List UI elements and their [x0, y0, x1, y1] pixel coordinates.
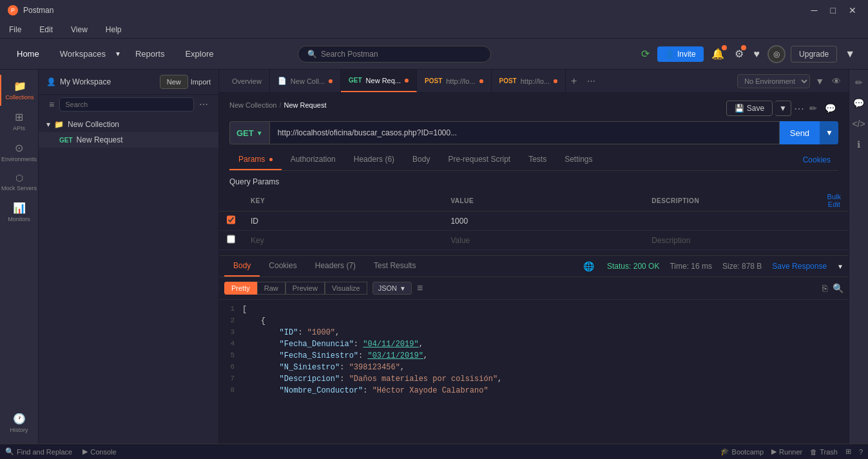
nav-explore[interactable]: Explore	[178, 46, 220, 61]
right-panel-code-btn[interactable]: </>	[849, 116, 867, 132]
help-btn[interactable]: ?	[859, 447, 863, 456]
right-panel-info-btn[interactable]: ℹ	[854, 137, 863, 152]
more-request-options-btn[interactable]: ⋯	[794, 101, 804, 116]
format-visualize-btn[interactable]: Visualize	[325, 282, 367, 295]
nav-reports[interactable]: Reports	[129, 46, 171, 61]
env-dropdown-btn[interactable]: ▼	[813, 75, 827, 88]
req-tab-prerequest[interactable]: Pre-request Script	[439, 150, 519, 170]
wrap-btn[interactable]: ≡	[414, 281, 425, 295]
request-item-new-request[interactable]: GET New Request	[39, 132, 218, 148]
runner-btn[interactable]: ▶ Runner	[771, 447, 802, 456]
req-tab-authorization[interactable]: Authorization	[282, 150, 345, 170]
resp-tab-headers[interactable]: Headers (7)	[306, 256, 365, 277]
req-tab-params[interactable]: Params	[229, 150, 282, 170]
param-desc-input[interactable]	[651, 217, 811, 226]
menu-edit[interactable]: Edit	[35, 24, 57, 35]
breadcrumb-collection-link[interactable]: New Collection	[229, 101, 276, 109]
sidebar-item-monitors[interactable]: 📊 Monitors	[0, 197, 38, 228]
menu-file[interactable]: File	[5, 24, 25, 35]
params-active-dot	[269, 158, 273, 161]
right-panel-comment-btn[interactable]: 💬	[851, 95, 867, 111]
bootcamp-btn[interactable]: 🎓 Bootcamp	[720, 447, 764, 456]
find-replace-btn[interactable]: 🔍 Find and Replace	[5, 447, 72, 456]
param-empty-desc[interactable]	[651, 236, 811, 245]
sidebar-item-apis[interactable]: ⊞ APIs	[0, 106, 38, 137]
method-select[interactable]: GET ▼	[229, 121, 269, 144]
collection-item-new-collection[interactable]: ▾ 📁 New Collection	[39, 117, 218, 132]
cookies-link[interactable]: Cookies	[795, 150, 838, 170]
fecha-siniestro-link[interactable]: "03/11/2019"	[367, 351, 423, 360]
save-response-btn[interactable]: Save Response	[772, 262, 827, 271]
comment-icon-btn[interactable]: 💬	[822, 101, 838, 116]
edit-icon-btn[interactable]: ✏	[807, 101, 820, 116]
resp-tab-test-results[interactable]: Test Results	[365, 256, 425, 277]
nav-workspaces-btn[interactable]: Workspaces	[53, 46, 112, 61]
collections-search-input[interactable]	[59, 97, 194, 112]
tab-new-coll[interactable]: 📄 New Coll...	[270, 70, 341, 92]
search-bar[interactable]: 🔍 Search Postman	[298, 46, 491, 63]
add-tab-btn[interactable]: +	[566, 75, 582, 87]
tab-overview[interactable]: Overview	[224, 70, 270, 92]
resp-tab-cookies[interactable]: Cookies	[260, 256, 305, 277]
param-value-input[interactable]	[450, 217, 636, 226]
copy-icon-btn[interactable]: ⎘	[822, 283, 827, 293]
send-dropdown-btn[interactable]: ▼	[820, 121, 838, 144]
upgrade-btn[interactable]: Upgrade	[791, 46, 837, 63]
resp-tab-body[interactable]: Body	[224, 256, 260, 277]
import-btn[interactable]: Import	[191, 75, 211, 89]
format-pretty-btn[interactable]: Pretty	[224, 282, 257, 295]
trash-btn[interactable]: 🗑 Trash	[810, 447, 838, 456]
format-preview-btn[interactable]: Preview	[285, 282, 325, 295]
sidebar-item-environments[interactable]: ⊙ Environments	[0, 137, 38, 168]
layout-btn[interactable]: ⊞	[845, 447, 851, 456]
sync-btn[interactable]: ⟳	[639, 45, 652, 63]
menu-view[interactable]: View	[67, 24, 92, 35]
more-tabs-btn[interactable]: ⋯	[582, 76, 601, 86]
upgrade-dropdown-btn[interactable]: ▼	[842, 46, 858, 63]
sidebar-item-history[interactable]: 🕐 History	[0, 407, 38, 438]
heartbeat-btn[interactable]: ♥	[751, 46, 763, 63]
menu-help[interactable]: Help	[102, 24, 126, 35]
maximize-btn[interactable]: □	[827, 4, 840, 17]
req-tab-settings[interactable]: Settings	[555, 150, 601, 170]
send-btn[interactable]: Send	[780, 121, 820, 144]
sidebar-item-mock-servers[interactable]: ⬡ Mock Servers	[0, 168, 38, 197]
tab-post-1[interactable]: POST http://lo...	[417, 70, 491, 92]
console-btn[interactable]: ▶ Console	[82, 447, 116, 456]
env-eye-btn[interactable]: 👁	[829, 75, 844, 88]
save-btn[interactable]: 💾 Save	[726, 101, 773, 116]
tab-post-2[interactable]: POST http://lo...	[492, 70, 566, 92]
invite-btn[interactable]: 👤 Invite	[657, 46, 704, 62]
close-btn[interactable]: ✕	[845, 4, 860, 17]
nav-workspaces[interactable]: Workspaces ▼	[53, 46, 121, 61]
req-tab-headers[interactable]: Headers (6)	[345, 150, 403, 170]
param-empty-value[interactable]	[450, 236, 636, 245]
param-empty-checkbox[interactable]	[227, 235, 235, 244]
settings-btn[interactable]: ⚙	[732, 45, 746, 63]
param-empty-key[interactable]	[251, 236, 435, 245]
format-raw-btn[interactable]: Raw	[257, 282, 285, 295]
tab-new-req[interactable]: GET New Req...	[341, 70, 417, 92]
new-collection-btn[interactable]: New	[160, 75, 188, 89]
env-select-dropdown[interactable]: No Environment	[737, 74, 810, 88]
save-dropdown-btn[interactable]: ▼	[775, 101, 791, 116]
url-input[interactable]	[269, 121, 780, 144]
json-selector[interactable]: JSON ▼	[372, 282, 412, 295]
minimize-btn[interactable]: ─	[807, 4, 822, 17]
tab-post2-dot	[554, 79, 557, 83]
nav-home[interactable]: Home	[10, 46, 46, 61]
fecha-denuncia-link[interactable]: "04/11/2019"	[363, 340, 418, 349]
right-panel-edit-btn[interactable]: ✏	[853, 75, 865, 90]
globe-icon-btn[interactable]: 🌐	[581, 260, 597, 273]
more-options-btn[interactable]: ⋯	[197, 98, 211, 111]
bulk-edit-btn[interactable]: Bulk Edit	[827, 193, 841, 208]
list-icon-btn[interactable]: ≡	[46, 98, 57, 111]
avatar[interactable]: ◎	[767, 45, 786, 63]
param-key-input[interactable]	[251, 217, 435, 226]
sidebar-item-collections[interactable]: 📁 Collections	[0, 75, 38, 106]
search-response-btn[interactable]: 🔍	[833, 283, 844, 293]
req-tab-tests[interactable]: Tests	[519, 150, 555, 170]
req-tab-body[interactable]: Body	[403, 150, 439, 170]
notifications-btn[interactable]: 🔔	[709, 45, 727, 63]
param-checkbox[interactable]	[227, 215, 235, 224]
